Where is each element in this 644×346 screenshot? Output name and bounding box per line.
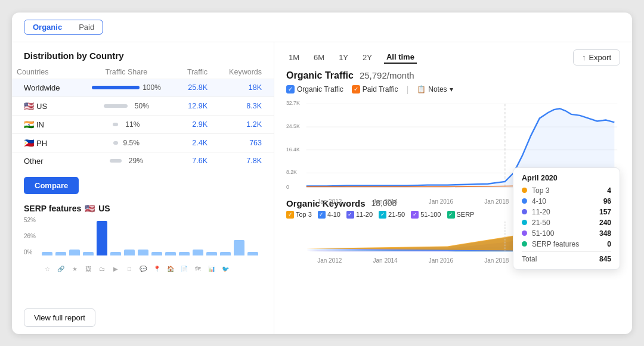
serp-bar [69,250,80,255]
paid-toggle-btn[interactable]: Paid [70,20,103,34]
serp-bar [234,240,244,255]
tooltip-dot [522,188,527,193]
serp-y-labels: 52% 26% 0% [24,217,36,255]
kw-x-1: Jan 2012 [317,257,342,264]
traffic-share-cell: 11% [78,115,175,133]
main-card: Organic Paid Distribution by Country Cou… [12,13,632,334]
notes-label: Notes [428,85,447,93]
tooltip-dot [522,241,527,247]
export-button[interactable]: ↑ Export [573,49,620,66]
paid-traffic-legend[interactable]: ✓ Paid Traffic [352,85,398,93]
paid-check: ✓ [352,85,360,93]
kw-legend-item[interactable]: ✓51-100 [411,211,441,219]
col-header-keywords: Keywords [212,66,274,79]
kw-legend-label: Top 3 [296,211,312,218]
keywords-cell: 1.2K [212,115,274,133]
table-row: Worldwide 100% 25.8K 18K [12,79,274,96]
svg-text:0: 0 [286,184,289,190]
serp-icon: 🖼 [83,266,94,272]
serp-bar [138,250,148,255]
kw-legend-item[interactable]: ✓4-10 [318,211,340,219]
col-header-traffic: Traffic [175,66,212,79]
tooltip-value: 348 [599,229,611,238]
serp-icon: 🗂 [97,266,107,272]
kw-legend-label: 51-100 [420,211,441,218]
export-label: Export [589,53,611,62]
traffic-value: 25,792/month [360,70,414,80]
tooltip-row: SERP features 0 [522,240,611,248]
serp-bar [151,252,162,255]
time-6m[interactable]: 6M [311,52,327,63]
main-content: Distribution by Country Countries Traffi… [12,42,632,334]
traffic-cell: 2.4K [175,133,212,152]
country-name: Worldwide [12,79,78,96]
tooltip-value: 4 [607,186,611,195]
country-name: Other [12,152,78,170]
serp-icon: ★ [69,266,80,272]
serp-bar [165,252,176,255]
tooltip-dot [522,220,527,225]
organic-legend-label: Organic Traffic [297,85,343,93]
notes-chevron: ▾ [450,85,453,93]
paid-legend-label: Paid Traffic [363,85,398,93]
table-row: 🇵🇭PH 9.5% 2.4K 763 [12,133,274,152]
serp-y-52: 52% [24,217,36,223]
serp-bar [110,252,121,255]
kw-legend-item[interactable]: ✓21-50 [379,211,405,219]
right-panel: 1M 6M 1Y 2Y All time ↑ Export Organic Tr… [274,42,632,334]
keywords-cell: 7.8K [212,152,274,170]
kw-legend-label: 11-20 [356,211,373,218]
kw-check: ✓ [346,211,354,219]
serp-bar [193,250,203,255]
organic-check: ✓ [286,85,295,93]
serp-icon: ☆ [42,266,52,272]
country-name: 🇺🇸US [12,96,78,115]
serp-flag: 🇺🇸 [85,204,95,213]
traffic-cell: 12.9K [175,96,212,115]
kw-legend-label: SERP [457,211,475,218]
tooltip-label: 21-50 [532,219,595,227]
distribution-title: Distribution by Country [12,42,274,66]
time-1m[interactable]: 1M [286,52,302,63]
traffic-share-cell: 100% [78,79,175,96]
tooltip-row: 4-10 96 [522,197,611,205]
notes-button[interactable]: 📋 Notes ▾ [417,85,453,93]
country-table: Countries Traffic Share Traffic Keywords… [12,66,274,170]
kw-legend-label: 21-50 [388,211,405,218]
serp-flag-label: US [98,204,110,213]
organic-toggle-btn[interactable]: Organic [24,20,70,34]
serp-icon: 🔗 [55,266,66,272]
compare-button[interactable]: Compare [24,177,79,194]
tooltip-dot [522,209,527,214]
tooltip-total-label: Total [522,255,537,263]
view-full-report-button[interactable]: View full report [24,308,95,327]
serp-icon: 📍 [151,266,162,272]
serp-icon: 🐦 [220,266,231,272]
traffic-share-cell: 9.5% [78,133,175,152]
tooltip-dot [522,230,527,236]
tooltip-value: 157 [599,208,611,216]
traffic-cell: 7.6K [175,152,212,170]
legend-divider: | [407,85,409,94]
kw-legend-item[interactable]: ✓SERP [447,211,475,219]
notes-icon: 📋 [417,85,426,93]
serp-bar [206,252,217,255]
organic-traffic-legend[interactable]: ✓ Organic Traffic [286,85,343,93]
top-bar: Organic Paid [12,13,632,42]
kw-check: ✓ [447,211,455,219]
serp-icon: 🏠 [165,266,176,272]
country-name: 🇵🇭PH [12,133,78,152]
left-panel: Distribution by Country Countries Traffi… [12,42,274,334]
time-all[interactable]: All time [384,51,417,64]
tooltip-label: SERP features [532,240,602,248]
serp-icon: 💬 [138,266,148,272]
kw-legend-item[interactable]: ✓Top 3 [286,211,312,219]
kw-legend-item[interactable]: ✓11-20 [346,211,373,219]
tooltip-row: 21-50 240 [522,219,611,227]
serp-chart-area: 52% 26% 0% [24,217,262,264]
svg-text:16.4K: 16.4K [286,146,300,152]
time-1y[interactable]: 1Y [336,52,351,63]
time-2y[interactable]: 2Y [360,52,374,63]
serp-bar [55,252,66,255]
keywords-cell: 8.3K [212,96,274,115]
